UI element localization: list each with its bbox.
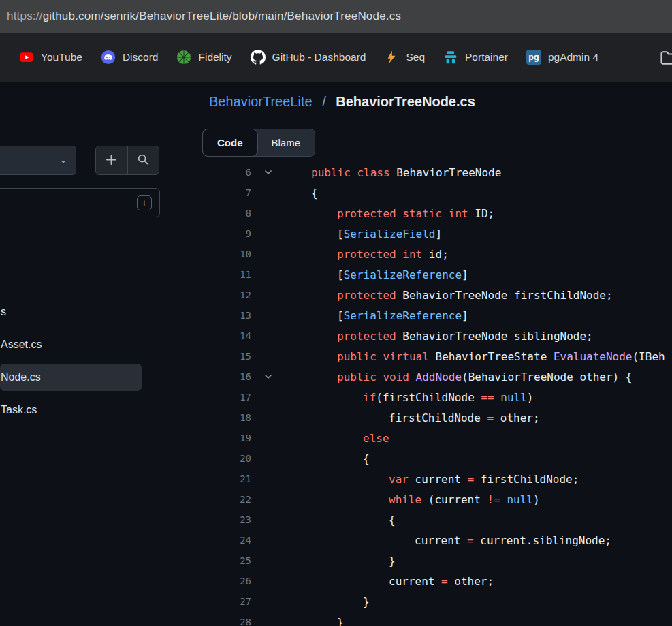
line-number[interactable]: 24 bbox=[176, 535, 251, 546]
code-text: while (current != null) bbox=[285, 493, 540, 506]
code-line: 13[SerializeReference] bbox=[176, 305, 672, 326]
line-number[interactable]: 12 bbox=[176, 289, 251, 300]
code-line: 25} bbox=[176, 550, 672, 571]
file-tree-item[interactable]: s bbox=[0, 298, 142, 326]
file-name: Node.cs bbox=[1, 371, 41, 384]
code-line: 21var current = firstChildNode; bbox=[176, 469, 672, 489]
bookmark-item[interactable]: Fidelity bbox=[176, 50, 231, 65]
line-number[interactable]: 11 bbox=[176, 269, 251, 280]
code-text: { bbox=[285, 514, 396, 527]
line-number[interactable]: 23 bbox=[176, 514, 251, 525]
bookmark-item[interactable]: Seq bbox=[384, 50, 425, 65]
code-text: public void AddNode(BehaviorTreeNode oth… bbox=[285, 371, 632, 384]
breadcrumb-separator: / bbox=[322, 94, 326, 109]
code-text: if(firstChildNode == null) bbox=[285, 391, 533, 404]
tabs-row: Code Blame bbox=[176, 123, 672, 157]
discord-icon bbox=[101, 50, 116, 65]
code-text: public virtual BehaviorTreeState Evaluat… bbox=[285, 350, 665, 363]
bookmark-item[interactable]: YouTube bbox=[19, 50, 82, 65]
bookmark-label: GitHub - Dashboard bbox=[272, 51, 366, 63]
line-number[interactable]: 10 bbox=[176, 249, 251, 260]
code-text: [SerializeReference] bbox=[285, 268, 468, 281]
code-text: } bbox=[285, 554, 396, 567]
pgadmin-icon: pg bbox=[526, 50, 541, 65]
seq-icon bbox=[384, 50, 399, 65]
code-text: } bbox=[285, 595, 370, 608]
code-blame-switcher: Code Blame bbox=[202, 129, 315, 157]
line-number[interactable]: 9 bbox=[176, 228, 251, 239]
github-page: t sAsset.csNode.csTask.cs BehaviorTreeLi… bbox=[0, 82, 672, 626]
code-line: 18firstChildNode = other; bbox=[176, 407, 672, 428]
bookmark-item[interactable]: GitHub - Dashboard bbox=[251, 50, 366, 65]
bookmark-label: Seq bbox=[406, 51, 425, 63]
file-name: s bbox=[1, 306, 6, 318]
line-number[interactable]: 26 bbox=[176, 576, 251, 586]
code-line: 8protected static int ID; bbox=[176, 203, 672, 223]
file-tree-item[interactable]: Node.cs bbox=[0, 364, 142, 391]
code-line: 16public void AddNode(BehaviorTreeNode o… bbox=[176, 366, 672, 387]
code-line: 10protected int id; bbox=[176, 244, 672, 264]
tab-blame[interactable]: Blame bbox=[257, 129, 315, 156]
breadcrumb-repo-link[interactable]: BehaviorTreeLite bbox=[209, 94, 313, 109]
code-text: else bbox=[285, 432, 389, 445]
line-number[interactable]: 7 bbox=[176, 187, 251, 198]
fold-chevron-down-icon[interactable] bbox=[251, 167, 285, 178]
line-number[interactable]: 20 bbox=[176, 453, 251, 464]
line-number[interactable]: 19 bbox=[176, 433, 251, 443]
code-line: 17if(firstChildNode == null) bbox=[176, 387, 672, 407]
code-line: 7{ bbox=[176, 183, 672, 203]
bookmarks-bar: YouTubeDiscordFidelityGitHub - Dashboard… bbox=[0, 33, 672, 82]
line-number[interactable]: 27 bbox=[176, 596, 251, 607]
code-text: current = current.siblingNode; bbox=[285, 534, 611, 547]
code-line: 22while (current != null) bbox=[176, 489, 672, 510]
code-line: 15public virtual BehaviorTreeState Evalu… bbox=[176, 346, 672, 366]
file-name: Asset.cs bbox=[1, 339, 42, 351]
bookmark-item[interactable]: Portainer bbox=[443, 50, 508, 65]
bookmark-item[interactable]: Discord bbox=[101, 50, 159, 65]
file-tree-item[interactable]: Task.cs bbox=[0, 396, 142, 424]
file-tree-sidebar: t sAsset.csNode.csTask.cs bbox=[0, 82, 176, 626]
line-number[interactable]: 22 bbox=[176, 494, 251, 505]
browser-address-bar[interactable]: https://github.com/senrik/BehaviorTreeLi… bbox=[0, 0, 672, 33]
url-scheme: https:// bbox=[7, 10, 43, 23]
code-text: { bbox=[285, 187, 318, 200]
line-number[interactable]: 18 bbox=[176, 412, 251, 423]
line-number[interactable]: 21 bbox=[176, 473, 251, 484]
bookmark-label: Discord bbox=[123, 51, 159, 63]
code-line: 12protected BehaviorTreeNode firstChildN… bbox=[176, 285, 672, 305]
code-text: [SerializeReference] bbox=[285, 309, 468, 322]
bookmark-item[interactable]: pgpgAdmin 4 bbox=[526, 50, 598, 65]
code-line: 9[SerializeField] bbox=[176, 223, 672, 244]
file-name: Task.cs bbox=[1, 404, 37, 416]
bookmark-label: YouTube bbox=[41, 51, 82, 63]
line-number[interactable]: 14 bbox=[176, 330, 251, 341]
code-line: 20{ bbox=[176, 448, 672, 469]
breadcrumb-file-name: BehaviorTreeNode.cs bbox=[336, 94, 475, 109]
tab-code[interactable]: Code bbox=[203, 129, 257, 156]
line-number[interactable]: 13 bbox=[176, 310, 251, 321]
code-text: } bbox=[285, 616, 344, 626]
line-number[interactable]: 17 bbox=[176, 392, 251, 403]
code-text: [SerializeField] bbox=[285, 228, 442, 240]
code-text: protected BehaviorTreeNode siblingNode; bbox=[285, 330, 593, 343]
code-line: 24current = current.siblingNode; bbox=[176, 530, 672, 550]
bookmark-label: pgAdmin 4 bbox=[548, 51, 598, 63]
folder-icon[interactable] bbox=[659, 48, 672, 67]
line-number[interactable]: 25 bbox=[176, 555, 251, 566]
code-line: 6public class BehaviorTreeNode bbox=[176, 162, 672, 183]
code-line: 26current = other; bbox=[176, 571, 672, 591]
line-number[interactable]: 6 bbox=[176, 167, 251, 178]
file-tree-item[interactable]: Asset.cs bbox=[0, 331, 142, 358]
code-text: { bbox=[285, 452, 370, 465]
code-line: 27} bbox=[176, 591, 672, 612]
fidelity-icon bbox=[176, 50, 191, 65]
line-number[interactable]: 15 bbox=[176, 351, 251, 362]
code-text: firstChildNode = other; bbox=[285, 411, 540, 424]
code-text: protected BehaviorTreeNode firstChildNod… bbox=[285, 289, 613, 302]
line-number[interactable]: 16 bbox=[176, 371, 251, 382]
code-text: protected int id; bbox=[285, 248, 449, 261]
line-number[interactable]: 28 bbox=[176, 616, 251, 626]
line-number[interactable]: 8 bbox=[176, 208, 251, 219]
fold-chevron-down-icon[interactable] bbox=[251, 371, 285, 382]
breadcrumb: BehaviorTreeLite / BehaviorTreeNode.cs bbox=[176, 82, 672, 123]
